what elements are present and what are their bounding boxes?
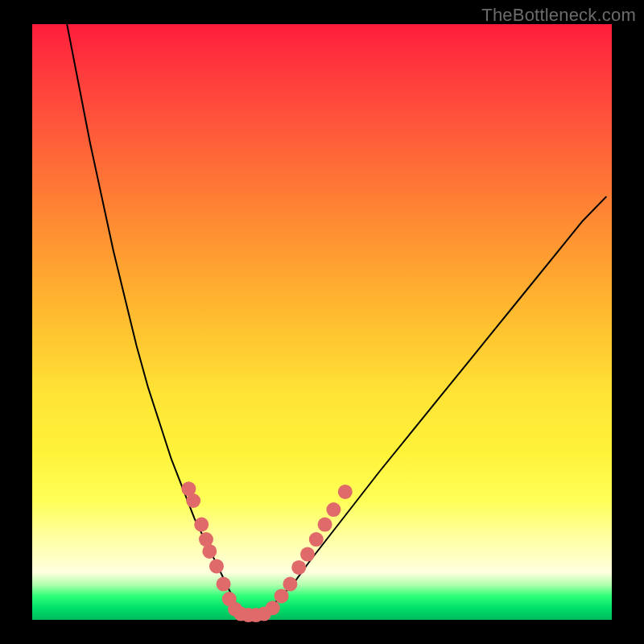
marker-dots-right-2 <box>283 577 297 592</box>
marker-dots-left-1 <box>186 493 200 508</box>
series-curve-left <box>67 24 241 614</box>
plot-area <box>32 24 612 620</box>
chart-svg <box>32 24 612 620</box>
marker-dots-right-3 <box>291 560 306 575</box>
marker-dots-right-6 <box>318 518 332 532</box>
marker-dots-left-2 <box>194 518 208 532</box>
chart-frame: TheBottleneck.com <box>0 0 644 644</box>
marker-dots-left-5 <box>209 559 224 573</box>
series-curve-right <box>264 197 606 614</box>
marker-dots-right-0 <box>266 601 280 615</box>
marker-dots-right-4 <box>300 547 315 562</box>
marker-dots-left-4 <box>202 544 217 559</box>
marker-dots-right-5 <box>309 532 324 547</box>
marker-dots-right-8 <box>338 485 353 499</box>
marker-dots-right-7 <box>326 502 341 517</box>
marker-dots-right-1 <box>275 588 289 603</box>
marker-dots-left-6 <box>217 577 231 592</box>
watermark-text: TheBottleneck.com <box>481 5 636 26</box>
